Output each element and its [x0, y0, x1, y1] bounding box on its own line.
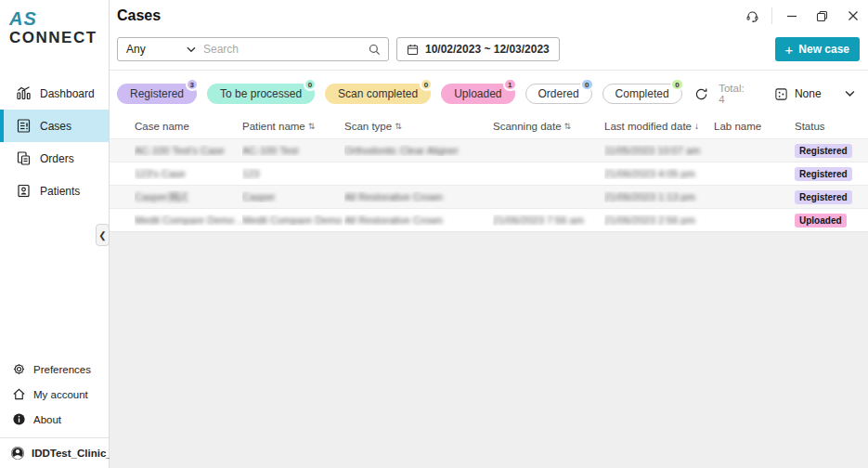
cell-scanning-date: 21/06/2023 7:56 am [493, 214, 604, 226]
sidebar-item-orders[interactable]: Orders [0, 142, 109, 175]
cell-case-name: Medit Compare Demo ... [135, 214, 242, 226]
filter-bar: Any 10/02/2023 ~ 12/03/2023 + New case [110, 32, 868, 70]
cell-patient-name: Medit Compare Demo [242, 214, 344, 226]
home-icon [12, 387, 26, 401]
status-badge: Uploaded [795, 214, 847, 228]
status-chip-to-be-processed[interactable]: To be processed0 [207, 84, 315, 104]
maximize-restore-button[interactable] [807, 0, 837, 32]
sidebar-item-dashboard[interactable]: Dashboard [0, 77, 109, 110]
column-header-scan-type[interactable]: Scan type⇅ [344, 121, 493, 132]
table-row[interactable]: Casper測試CasperAll Restorative Crown21/06… [110, 185, 868, 208]
status-chip-scan-completed[interactable]: Scan completed0 [325, 84, 431, 104]
table-header: Case namePatient name⇅Scan type⇅Scanning… [110, 113, 868, 138]
column-header-case-name[interactable]: Case name [135, 121, 242, 132]
sidebar-item-preferences[interactable]: Preferences [0, 357, 109, 382]
sort-icon: ↓ [694, 121, 699, 131]
cell-scan-type: All Restorative Crown [344, 214, 493, 226]
support-headset-button[interactable] [737, 0, 768, 32]
minimize-button[interactable] [776, 0, 807, 32]
column-header-label: Status [795, 121, 825, 132]
column-header-patient-name[interactable]: Patient name⇅ [242, 121, 344, 132]
new-case-button[interactable]: + New case [775, 37, 860, 61]
status-chip-count-badge: 0 [580, 78, 593, 91]
plus-icon: + [785, 43, 794, 57]
group-by-value: None [795, 87, 822, 100]
close-button[interactable] [837, 0, 868, 32]
group-by-select[interactable]: None [774, 87, 855, 101]
column-header-status[interactable]: Status [795, 121, 868, 132]
cell-text: All Restorative Crown [344, 214, 443, 226]
main-area: Cases [110, 0, 868, 468]
user-avatar-icon [10, 446, 25, 461]
sidebar-item-label: Dashboard [40, 87, 95, 100]
dashboard-icon [16, 85, 32, 101]
status-chip-label: Completed [615, 87, 669, 100]
date-range-picker[interactable]: 10/02/2023 ~ 12/03/2023 [396, 37, 560, 61]
sidebar-item-cases[interactable]: Cases [0, 110, 109, 142]
status-chip-label: To be processed [220, 87, 302, 100]
sort-icon: ⇅ [308, 122, 316, 131]
window-controls [737, 0, 868, 32]
status-badge: Registered [795, 190, 852, 204]
date-range-value: 10/02/2023 ~ 12/03/2023 [425, 43, 550, 56]
cell-text: 21/06/2023 7:56 am [493, 214, 584, 226]
search-combo: Any [117, 37, 389, 61]
logo-name: CONNECT [9, 30, 99, 46]
cell-text: 11/05/2023 10:07 am [604, 145, 700, 156]
column-header-label: Scan type [344, 121, 392, 132]
cell-case-name: Casper測試 [135, 190, 242, 204]
column-header-scanning-date[interactable]: Scanning date⇅ [493, 121, 604, 132]
user-label: IDDTest_Clinic_... [32, 448, 121, 459]
column-header-label: Case name [135, 121, 189, 132]
group-by-icon [774, 87, 788, 101]
sidebar-item-my-account[interactable]: My account [0, 382, 109, 407]
chevron-left-icon: ❮ [98, 230, 106, 240]
table-row[interactable]: Medit Compare Demo ...Medit Compare Demo… [110, 208, 868, 231]
search-field-value: Any [126, 43, 146, 56]
search-input[interactable] [203, 43, 361, 56]
cell-text: Orthodontic Clear Aligner [344, 145, 459, 156]
cell-last-modified-date: 11/05/2023 10:07 am [604, 145, 714, 156]
total-count-label: Total: 4 [719, 83, 745, 105]
column-header-last-modified-date[interactable]: Last modified date↓ [604, 121, 714, 132]
cell-last-modified-date: 21/06/2023 4:05 pm [604, 168, 714, 179]
search-field-select[interactable]: Any [118, 43, 203, 56]
cell-scan-type: All Restorative Crown [344, 191, 493, 202]
cell-text: AC-100 Test [242, 145, 298, 156]
search-button[interactable] [361, 44, 388, 56]
cell-status: Registered [795, 167, 868, 181]
restore-icon [816, 10, 828, 22]
sidebar-item-account-user[interactable]: IDDTest_Clinic_... [0, 437, 109, 468]
table-empty-area [110, 231, 868, 468]
status-chip-count-badge: 3 [186, 78, 199, 91]
column-header-label: Lab name [714, 121, 761, 132]
refresh-button[interactable] [694, 84, 709, 103]
chevron-down-icon [845, 90, 855, 98]
cell-patient-name: AC-100 Test [242, 145, 344, 156]
cell-status: Registered [795, 190, 868, 204]
status-chip-label: Ordered [538, 87, 579, 100]
table-row[interactable]: 123's Case12321/06/2023 4:05 pmRegistere… [110, 162, 868, 185]
column-header-lab-name[interactable]: Lab name [714, 121, 795, 132]
sidebar-item-patients[interactable]: Patients [0, 175, 109, 207]
sidebar-item-about[interactable]: About [0, 407, 109, 432]
titlebar-divider [771, 7, 772, 24]
cell-scan-type: Orthodontic Clear Aligner [344, 145, 493, 156]
sort-icon: ⇅ [395, 122, 402, 131]
status-chip-completed[interactable]: Completed0 [602, 84, 682, 104]
column-header-label: Last modified date [604, 121, 692, 132]
sidebar-item-label: Patients [40, 185, 80, 198]
status-chip-ordered[interactable]: Ordered0 [525, 84, 592, 104]
cell-text: 123's Case [135, 168, 186, 179]
sidebar-footer-label: My account [33, 389, 88, 400]
sidebar-collapse-button[interactable]: ❮ [96, 224, 110, 246]
status-chip-label: Uploaded [454, 87, 501, 100]
table-row[interactable]: AC-100 Test's CaseAC-100 TestOrthodontic… [110, 138, 868, 162]
status-chip-uploaded[interactable]: Uploaded1 [441, 84, 514, 104]
app-logo: AS CONNECT [0, 0, 109, 49]
cell-text: AC-100 Test's Case [135, 145, 225, 156]
status-chip-registered[interactable]: Registered3 [117, 84, 197, 104]
cell-text: Medit Compare Demo ... [135, 214, 242, 226]
sidebar-item-label: Cases [40, 120, 71, 133]
cell-text: Casper測試 [135, 191, 188, 202]
